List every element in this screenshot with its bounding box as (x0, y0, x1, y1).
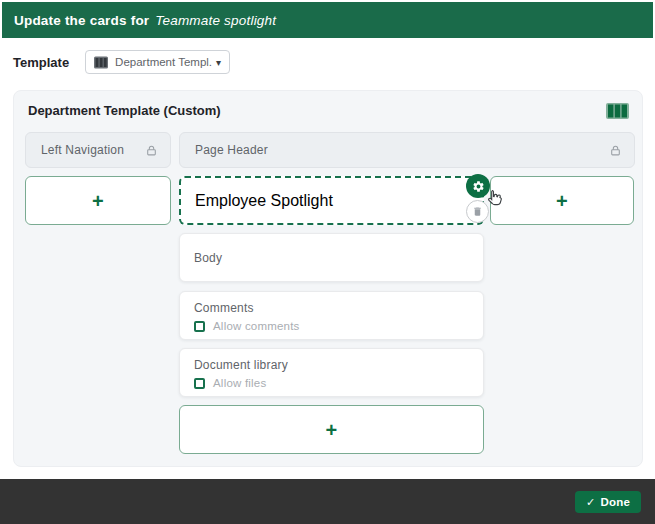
card-employee-spotlight[interactable]: Employee Spotlight (179, 176, 484, 225)
plus-icon: + (326, 420, 338, 440)
add-card-right-column-button[interactable]: + (490, 176, 634, 225)
card-page-header-label: Page Header (195, 143, 609, 157)
done-button[interactable]: ✓ Done (575, 491, 641, 513)
modal-title-subject: Teammate spotlight (155, 13, 276, 28)
modal-title: Update the cards for (14, 13, 149, 28)
modal-footer: ✓ Done (0, 479, 655, 524)
card-body-label: Body (194, 251, 222, 265)
lock-icon (145, 144, 158, 157)
card-employee-spotlight-label: Employee Spotlight (195, 192, 333, 210)
card-comments-label: Comments (194, 301, 469, 315)
card-document-library[interactable]: Document library Allow files (179, 348, 484, 397)
done-button-label: Done (600, 496, 630, 508)
card-body[interactable]: Body (179, 233, 484, 282)
card-delete-button[interactable] (466, 200, 489, 223)
allow-files-checkbox[interactable] (194, 378, 205, 389)
card-page-header: Page Header (179, 132, 635, 168)
chevron-down-icon: ▾ (216, 57, 221, 68)
add-card-left-column-button[interactable]: + (25, 176, 171, 225)
allow-comments-label: Allow comments (213, 320, 300, 332)
card-comments[interactable]: Comments Allow comments (179, 291, 484, 340)
add-card-middle-column-button[interactable]: + (179, 405, 484, 454)
allow-files-label: Allow files (213, 377, 266, 389)
trash-icon (472, 206, 483, 217)
plus-icon: + (92, 191, 104, 211)
card-document-library-label: Document library (194, 358, 469, 372)
template-dropdown[interactable]: Department Templ... ▾ (85, 50, 230, 74)
gear-icon (472, 180, 485, 193)
panel-title: Department Template (Custom) (28, 103, 221, 118)
template-dropdown-value: Department Templ... (115, 56, 212, 68)
template-label: Template (13, 55, 69, 70)
modal-title-bar: Update the cards for Teammate spotlight (2, 2, 653, 38)
card-left-navigation: Left Navigation (25, 132, 171, 168)
card-left-navigation-label: Left Navigation (41, 143, 145, 157)
layout-columns-icon (606, 103, 629, 119)
plus-icon: + (556, 191, 568, 211)
lock-icon (609, 144, 622, 157)
allow-comments-checkbox[interactable] (194, 321, 205, 332)
card-settings-button[interactable] (466, 174, 490, 198)
columns-icon (94, 56, 108, 69)
template-editor-panel: Department Template (Custom) Left Naviga… (13, 90, 643, 467)
template-selector-row: Template Department Templ... ▾ (13, 50, 230, 74)
check-icon: ✓ (586, 496, 595, 509)
